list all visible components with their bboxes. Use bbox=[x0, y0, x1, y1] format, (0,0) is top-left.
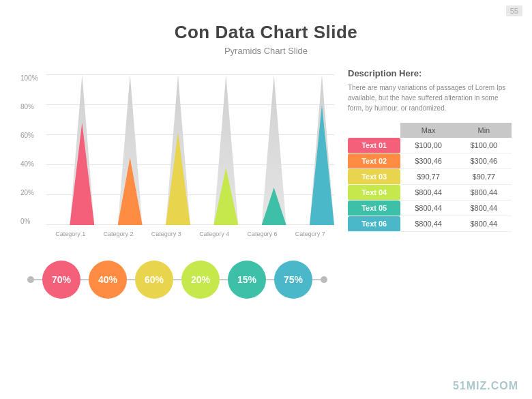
table-cell-label-3: Text 04 bbox=[348, 185, 400, 201]
table-cell-max-4: $800,44 bbox=[400, 201, 456, 216]
dot-end bbox=[321, 276, 327, 283]
bar-group-1 bbox=[94, 75, 142, 225]
bar-group-2 bbox=[143, 75, 190, 225]
table-cell-min-5: $800,44 bbox=[456, 216, 512, 232]
table-cell-label-0: Text 01 bbox=[348, 138, 400, 153]
circle-badge-5: 75% bbox=[274, 261, 312, 299]
data-table: Max Min Text 01$100,00$100,00Text 02$300… bbox=[348, 123, 512, 232]
dot-line-start bbox=[34, 279, 42, 280]
table-header-max: Max bbox=[400, 123, 456, 138]
description-title: Description Here: bbox=[348, 68, 512, 78]
watermark: 51MIZ.COM bbox=[453, 380, 518, 392]
table-cell-label-5: Text 06 bbox=[348, 216, 400, 232]
table-cell-min-1: $300,46 bbox=[456, 153, 512, 169]
chart-inner: 0% 20% 40% 60% 80% 100% bbox=[20, 75, 334, 252]
table-row-2: Text 03$90,77$90,77 bbox=[348, 169, 512, 185]
table-cell-label-1: Text 02 bbox=[348, 153, 400, 169]
chart-container: 0% 20% 40% 60% 80% 100% bbox=[20, 68, 334, 273]
content-area: 0% 20% 40% 60% 80% 100% bbox=[0, 68, 532, 273]
x-axis: Category 1Category 2Category 3Category 4… bbox=[46, 231, 334, 237]
table-cell-label-4: Text 05 bbox=[348, 201, 400, 216]
table-header-row: Max Min bbox=[348, 123, 512, 138]
bar-group-4 bbox=[238, 75, 286, 225]
circles-row: 70%40%60%20%15%75% bbox=[20, 261, 334, 299]
table-cell-min-0: $100,00 bbox=[456, 138, 512, 153]
circle-badge-0: 70% bbox=[42, 261, 80, 299]
table-cell-max-2: $90,77 bbox=[400, 169, 456, 185]
dot-line-end bbox=[312, 279, 321, 280]
dot-line-0 bbox=[80, 279, 89, 280]
dot-line-1 bbox=[127, 279, 135, 280]
pyramid-color-0 bbox=[70, 123, 94, 225]
y-label-80: 80% bbox=[20, 104, 38, 110]
table-header-label bbox=[348, 123, 400, 138]
circle-badge-3: 20% bbox=[181, 261, 220, 299]
x-label-0: Category 1 bbox=[46, 231, 94, 237]
y-label-100: 100% bbox=[20, 75, 38, 82]
bar-group-0 bbox=[46, 75, 94, 225]
table-row-4: Text 05$800,44$800,44 bbox=[348, 201, 512, 216]
pyramid-color-2 bbox=[166, 132, 190, 225]
table-cell-max-0: $100,00 bbox=[400, 138, 456, 153]
dot-start bbox=[27, 276, 34, 283]
x-label-1: Category 2 bbox=[94, 231, 142, 237]
table-cell-min-2: $90,77 bbox=[456, 169, 512, 185]
dot-line-4 bbox=[266, 279, 274, 280]
table-cell-max-1: $300,46 bbox=[400, 153, 456, 169]
table-cell-max-3: $800,44 bbox=[400, 185, 456, 201]
right-panel: Description Here: There are many variati… bbox=[348, 68, 512, 273]
slide-title: Con Data Chart Slide bbox=[0, 22, 532, 43]
circle-badge-2: 60% bbox=[135, 261, 173, 299]
bar-group-5 bbox=[286, 75, 334, 225]
circle-badge-1: 40% bbox=[89, 261, 127, 299]
page-number: 55 bbox=[506, 5, 522, 16]
dot-line-2 bbox=[173, 279, 181, 280]
x-label-3: Category 4 bbox=[190, 231, 238, 237]
x-label-5: Category 7 bbox=[286, 231, 334, 237]
table-row-1: Text 02$300,46$300,46 bbox=[348, 153, 512, 169]
slide-subtitle: Pyramids Chart Slide bbox=[0, 46, 532, 56]
slide: 55 Con Data Chart Slide Pyramids Chart S… bbox=[0, 0, 532, 399]
table-cell-min-4: $800,44 bbox=[456, 201, 512, 216]
table-header-min: Min bbox=[456, 123, 512, 138]
x-label-2: Category 3 bbox=[143, 231, 190, 237]
x-label-4: Category 6 bbox=[238, 231, 286, 237]
bars-area bbox=[46, 75, 334, 225]
description-text: There are many variations of passages of… bbox=[348, 83, 512, 113]
table-row-3: Text 04$800,44$800,44 bbox=[348, 185, 512, 201]
y-label-60: 60% bbox=[20, 132, 38, 139]
pyramid-color-5 bbox=[310, 105, 334, 225]
y-label-0: 0% bbox=[20, 218, 38, 225]
y-label-40: 40% bbox=[20, 161, 38, 168]
dot-line-3 bbox=[220, 279, 228, 280]
table-cell-min-3: $800,44 bbox=[456, 185, 512, 201]
table-cell-max-5: $800,44 bbox=[400, 216, 456, 232]
bar-group-3 bbox=[190, 75, 238, 225]
table-row-0: Text 01$100,00$100,00 bbox=[348, 138, 512, 153]
table-row-5: Text 06$800,44$800,44 bbox=[348, 216, 512, 232]
y-axis: 0% 20% 40% 60% 80% 100% bbox=[20, 75, 38, 225]
description-box: Description Here: There are many variati… bbox=[348, 68, 512, 113]
table-cell-label-2: Text 03 bbox=[348, 169, 400, 185]
circle-badge-4: 15% bbox=[228, 261, 266, 299]
header: Con Data Chart Slide Pyramids Chart Slid… bbox=[0, 0, 532, 56]
y-label-20: 20% bbox=[20, 190, 38, 196]
